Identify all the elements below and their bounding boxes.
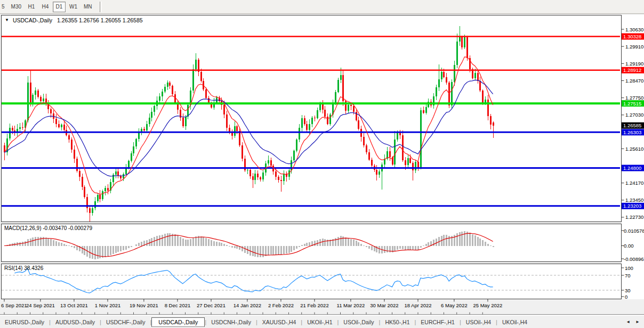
tab-ukoil-h1[interactable]: UKOil-,H1	[302, 318, 337, 326]
svg-text:14 Jan 2022: 14 Jan 2022	[234, 302, 261, 308]
tab-ukoil-h4[interactable]: UKOil-,H4	[497, 318, 532, 326]
chart-symbol-period: USDCAD-,Daily	[13, 17, 52, 23]
svg-text:1.27515: 1.27515	[623, 101, 641, 106]
chart-title: ▼ USDCAD-,Daily 1.26355 1.26756 1.26055 …	[5, 17, 143, 23]
svg-text:1.29190: 1.29190	[625, 61, 643, 67]
svg-text:11 Mar 2022: 11 Mar 2022	[337, 302, 365, 308]
svg-text:1.27030: 1.27030	[625, 112, 643, 118]
svg-text:1 Nov 2021: 1 Nov 2021	[95, 302, 121, 308]
chart-ohlc-values: 1.26355 1.26756 1.26055 1.26585	[57, 17, 143, 23]
svg-text:6 May 2022: 6 May 2022	[441, 302, 468, 308]
svg-text:6 Sep 2021: 6 Sep 2021	[1, 302, 27, 308]
trading-terminal-window: 5M30H1H4D1W1MN 1.306301.299101.291901.28…	[0, 0, 644, 328]
tab-eurusd-daily[interactable]: EURUSD-,Daily	[0, 318, 49, 326]
svg-text:0.010578: 0.010578	[624, 228, 644, 234]
svg-text:1.23203: 1.23203	[623, 203, 641, 209]
svg-text:18 Apr 2022: 18 Apr 2022	[404, 302, 431, 308]
svg-text:1.27750: 1.27750	[625, 95, 643, 101]
svg-text:1.22730: 1.22730	[625, 214, 643, 220]
svg-text:1.24800: 1.24800	[623, 165, 641, 171]
svg-text:21 Feb 2022: 21 Feb 2022	[300, 302, 328, 308]
svg-text:1.25610: 1.25610	[625, 146, 643, 152]
tab-usdcad-daily[interactable]: USDCAD-,Daily	[151, 317, 205, 327]
svg-text:0.00: 0.00	[624, 243, 634, 249]
tabs-scroll-left-button[interactable]: ◄	[626, 320, 630, 324]
svg-text:25 May 2022: 25 May 2022	[473, 302, 502, 308]
svg-text:2 Feb 2022: 2 Feb 2022	[268, 302, 294, 308]
tab-usdchf-daily[interactable]: USDCHF-,Daily	[101, 318, 150, 326]
svg-text:1.29910: 1.29910	[625, 44, 643, 50]
tab-usdcnh-daily[interactable]: USDCNH-,Daily	[206, 318, 256, 326]
svg-text:30: 30	[625, 288, 631, 293]
svg-text:1.30630: 1.30630	[625, 27, 643, 32]
tab-hk50-h1[interactable]: HK50-,H1	[380, 318, 414, 326]
svg-text:1.30328: 1.30328	[623, 34, 641, 39]
svg-text:0: 0	[625, 294, 627, 300]
chart-canvas: 1.306301.299101.291901.284701.277501.270…	[0, 0, 644, 328]
svg-text:19 Nov 2021: 19 Nov 2021	[130, 302, 158, 308]
macd-indicator-label: MACD(12,26,9) -0.003470 -0.000279	[4, 225, 92, 231]
tab-eurchf-h1[interactable]: EURCHF-,H1	[416, 318, 460, 326]
svg-text:1.23450: 1.23450	[625, 197, 643, 203]
rsi-indicator-label: RSI(14) 38.4326	[4, 265, 43, 271]
tab-xauusd-h4[interactable]: XAUUSD-,H4	[257, 318, 301, 326]
chart-tab-bar: EURUSD-,Daily|AUDUSD-,Daily|USDCHF-,Dail…	[0, 315, 644, 328]
svg-text:8 Dec 2021: 8 Dec 2021	[165, 302, 191, 308]
svg-text:1.28912: 1.28912	[623, 67, 641, 73]
svg-text:100: 100	[625, 265, 633, 271]
svg-text:13 Oct 2021: 13 Oct 2021	[60, 302, 88, 308]
svg-text:1.26303: 1.26303	[623, 129, 641, 135]
svg-text:1.26585: 1.26585	[623, 122, 641, 128]
tab-usoil-daily[interactable]: USOil-,Daily	[339, 318, 379, 326]
svg-text:1.24170: 1.24170	[625, 180, 643, 186]
svg-text:1.28470: 1.28470	[625, 78, 643, 84]
chart-dropdown-icon[interactable]: ▼	[5, 18, 9, 22]
svg-text:30 Mar 2022: 30 Mar 2022	[370, 302, 398, 308]
svg-text:27 Dec 2021: 27 Dec 2021	[197, 302, 226, 308]
svg-text:24 Sep 2021: 24 Sep 2021	[26, 302, 55, 308]
tab-scroll-controls: ◄►	[626, 320, 644, 324]
svg-text:70: 70	[625, 273, 631, 278]
svg-text:-0.00896: -0.00896	[624, 256, 644, 262]
tab-usoil-h4[interactable]: USOil-,H4	[461, 318, 496, 326]
tabs-scroll-right-button[interactable]: ►	[635, 320, 640, 324]
tab-audusd-daily[interactable]: AUDUSD-,Daily	[51, 318, 100, 326]
